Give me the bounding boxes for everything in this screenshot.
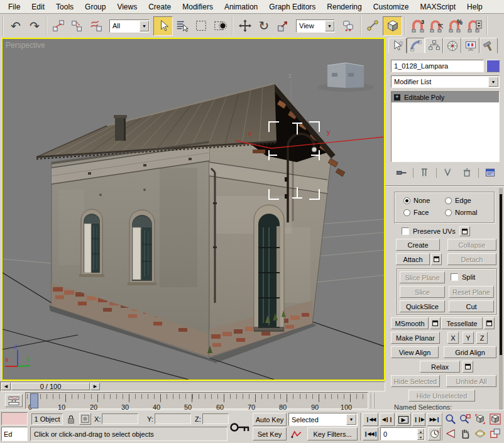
open-mini-curve-editor-button[interactable] — [5, 394, 23, 407]
menu-tools[interactable]: Tools — [50, 3, 79, 11]
track-bar-splitter[interactable] — [375, 393, 376, 408]
set-key-button[interactable]: Set Key — [253, 427, 287, 440]
attach-settings-button[interactable] — [431, 253, 442, 265]
menu-group[interactable]: Group — [79, 3, 111, 11]
modifier-list-dropdown[interactable]: Modifier List ▼ — [391, 75, 500, 88]
menu-views[interactable]: Views — [111, 3, 143, 11]
preserve-uvs-settings-button[interactable] — [459, 226, 470, 236]
collapse-button[interactable]: Collapse — [447, 239, 496, 251]
time-slider-track[interactable]: ◀ 0 / 100 ▶ — [0, 381, 385, 391]
bind-to-space-warp-button[interactable] — [87, 16, 106, 35]
create-button[interactable]: Create — [396, 239, 440, 251]
reference-coordinate-system-dropdown[interactable]: View ▼ — [296, 19, 335, 33]
use-pivot-point-center-button[interactable] — [339, 16, 358, 35]
rectangular-selection-region-button[interactable] — [192, 16, 211, 35]
split-checkbox[interactable] — [451, 273, 458, 281]
time-slider-handle[interactable]: 0 / 100 — [11, 383, 90, 390]
go-to-end-button[interactable]: ▶▶❙ — [427, 413, 442, 426]
tab-utilities[interactable] — [479, 38, 498, 53]
select-and-rotate-button[interactable]: ↻ — [255, 16, 273, 35]
panel-scrollbar[interactable] — [499, 188, 503, 410]
tessellate-button[interactable]: Tessellate — [441, 317, 483, 329]
reset-plane-button[interactable]: Reset Plane — [449, 286, 494, 298]
remove-modifier-button[interactable] — [459, 167, 474, 179]
hide-unselected-button[interactable]: Hide Unselected — [408, 390, 475, 402]
y-coord-field[interactable] — [155, 413, 191, 424]
tab-create[interactable] — [388, 38, 407, 53]
cut-button[interactable]: Cut — [449, 300, 494, 312]
configure-modifier-sets-button[interactable] — [483, 167, 498, 179]
msmooth-button[interactable]: MSmooth — [391, 317, 429, 329]
make-planar-z-button[interactable]: Z — [476, 332, 488, 344]
viewport-label[interactable]: Perspective — [6, 41, 45, 50]
menu-graph-editors[interactable]: Graph Editors — [263, 3, 321, 11]
unhide-all-button[interactable]: Unhide All — [446, 375, 496, 387]
tab-display[interactable] — [461, 38, 479, 53]
select-and-scale-button[interactable] — [273, 16, 292, 35]
constraint-face-radio[interactable]: Face — [403, 209, 429, 216]
min-max-toggle-button[interactable] — [488, 427, 502, 440]
zoom-extents-button[interactable] — [473, 412, 487, 426]
redo-button[interactable]: ↷ — [25, 16, 44, 35]
slice-plane-button[interactable]: Slice Plane — [400, 271, 445, 283]
make-planar-button[interactable]: Make Planar — [391, 332, 440, 344]
constraint-normal-radio[interactable]: Normal — [445, 209, 477, 216]
constraint-none-radio[interactable]: None — [403, 197, 430, 204]
menu-modifiers[interactable]: Modifiers — [177, 3, 219, 11]
menu-help[interactable]: Help — [461, 3, 488, 11]
tessellate-settings-button[interactable] — [484, 317, 495, 329]
snaps-toggle-button[interactable] — [383, 16, 402, 36]
viewport-scene[interactable]: z x y x y z — [3, 39, 384, 380]
previous-frame-button[interactable]: ◀❙❙ — [380, 413, 395, 426]
perspective-viewport[interactable]: z x y x y z Perspective — [1, 38, 385, 381]
select-and-manipulate-button[interactable] — [364, 16, 381, 35]
angle-snap-button[interactable] — [427, 16, 446, 35]
object-name-field[interactable]: 1_0128_Lampara — [391, 60, 484, 72]
zoom-extents-all-button[interactable] — [488, 412, 502, 426]
relax-button[interactable]: Relax — [420, 361, 460, 373]
unlink-selection-button[interactable] — [68, 16, 87, 35]
window-crossing-toggle-button[interactable] — [211, 16, 229, 35]
menu-maxscript[interactable]: MAXScript — [414, 3, 461, 11]
menu-create[interactable]: Create — [143, 3, 177, 11]
selection-lock-toggle[interactable] — [65, 413, 77, 425]
tab-hierarchy[interactable] — [425, 38, 443, 53]
detach-button[interactable]: Detach — [447, 253, 496, 265]
selection-filter-dropdown[interactable]: All ▼ — [109, 19, 150, 33]
menu-edit[interactable]: Edit — [26, 3, 50, 11]
grid-align-button[interactable]: Grid Align — [444, 346, 496, 358]
constraint-edge-radio[interactable]: Edge — [445, 197, 471, 204]
z-coord-field[interactable] — [202, 413, 229, 424]
menu-file[interactable]: File — [3, 3, 26, 11]
scrollbar-thumb[interactable] — [500, 194, 502, 355]
default-tangent-button[interactable] — [288, 427, 305, 440]
select-by-name-button[interactable] — [173, 16, 192, 35]
track-bar-ruler[interactable]: 0 10 20 30 40 50 60 70 80 90 100 — [25, 392, 368, 409]
absolute-offset-mode-toggle[interactable] — [79, 413, 91, 425]
menu-rendering[interactable]: Rendering — [321, 3, 367, 11]
view-align-button[interactable]: View Align — [391, 346, 439, 358]
track-bar-splitter[interactable] — [371, 393, 372, 408]
zoom-button[interactable] — [444, 412, 457, 426]
percent-snap-button[interactable]: % — [446, 16, 465, 35]
maxscript-listener-input[interactable]: Ed — [1, 427, 28, 441]
x-coord-field[interactable] — [102, 413, 138, 424]
select-and-link-button[interactable] — [49, 16, 68, 35]
msmooth-settings-button[interactable] — [430, 317, 441, 329]
undo-button[interactable]: ↶ — [6, 16, 25, 35]
key-mode-dropdown[interactable]: Selected ▼ — [288, 413, 358, 426]
time-slider-prev-button[interactable]: ◀ — [1, 383, 11, 390]
object-color-swatch[interactable] — [486, 60, 500, 72]
play-button[interactable]: ▶ — [396, 413, 411, 426]
next-frame-button[interactable]: ❙❙▶ — [412, 413, 425, 426]
slice-button[interactable]: Slice — [400, 286, 445, 298]
make-planar-y-button[interactable]: Y — [463, 332, 474, 344]
attach-button[interactable]: Attach — [396, 253, 430, 265]
relax-settings-button[interactable] — [463, 361, 473, 373]
tab-modify[interactable] — [407, 38, 425, 53]
menu-customize[interactable]: Customize — [368, 3, 415, 11]
spinner-snap-button[interactable] — [465, 16, 484, 35]
time-configuration-button[interactable] — [428, 427, 441, 440]
make-unique-button[interactable] — [441, 167, 456, 179]
expand-icon[interactable]: + — [394, 94, 400, 101]
